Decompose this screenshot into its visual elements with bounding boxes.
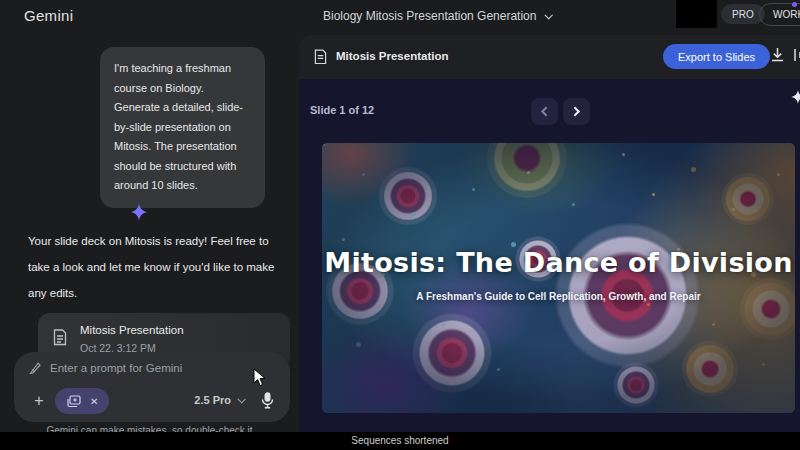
chevron-left-icon — [541, 107, 551, 117]
top-bar: Gemini Biology Mitosis Presentation Gene… — [0, 0, 800, 32]
redacted-area — [676, 0, 717, 28]
notification-dot — [792, 2, 797, 7]
mouse-cursor — [253, 368, 267, 388]
conversation-title: Biology Mitosis Presentation Generation — [323, 9, 536, 23]
mic-icon[interactable] — [261, 392, 274, 409]
conversation-title-menu[interactable]: Biology Mitosis Presentation Generation — [323, 9, 551, 23]
slide-caption: Mitosis: The Dance of Division A Freshma… — [322, 247, 795, 302]
document-icon — [314, 49, 327, 65]
prompt-composer[interactable]: + ✕ 2.5 Pro — [14, 352, 290, 422]
user-message-bubble: I'm teaching a freshman course on Biolog… — [100, 47, 265, 208]
slide-subtitle: A Freshman's Guide to Cell Replication, … — [322, 291, 795, 302]
canvas-panel: Mitosis Presentation Export to Slides Sl… — [299, 35, 800, 432]
status-text: Sequences shortened — [351, 435, 448, 446]
assistant-message: Your slide deck on Mitosis is ready! Fee… — [28, 228, 286, 306]
model-label: 2.5 Pro — [194, 394, 231, 406]
chevron-down-icon — [545, 11, 553, 19]
canvas-tool-chip[interactable]: ✕ — [55, 388, 109, 414]
download-icon[interactable] — [770, 47, 785, 63]
prompt-input[interactable] — [50, 362, 270, 374]
slide-counter: Slide 1 of 12 — [310, 104, 374, 116]
chat-column: I'm teaching a freshman course on Biolog… — [0, 32, 299, 432]
slide-preview[interactable]: Mitosis: The Dance of Division A Freshma… — [322, 143, 795, 413]
status-bar: Sequences shortened — [0, 432, 800, 450]
model-selector[interactable]: 2.5 Pro — [194, 394, 244, 406]
chevron-right-icon — [570, 107, 580, 117]
previous-slide-button[interactable] — [531, 98, 558, 125]
document-icon — [53, 329, 67, 346]
gemini-sparkle-icon — [129, 202, 149, 222]
canvas-icon — [66, 395, 81, 408]
edit-sparkle-icon[interactable] — [790, 89, 800, 105]
pen-icon — [28, 361, 42, 375]
more-options-icon[interactable] — [793, 47, 800, 63]
panel-title: Mitosis Presentation — [336, 50, 448, 62]
panel-header: Mitosis Presentation Export to Slides — [299, 35, 800, 79]
chevron-down-icon — [237, 395, 245, 403]
next-slide-button[interactable] — [563, 98, 590, 125]
remove-tool-icon[interactable]: ✕ — [90, 396, 98, 407]
slide-title: Mitosis: The Dance of Division — [322, 247, 795, 278]
gemini-logo[interactable]: Gemini — [24, 7, 73, 24]
export-to-slides-button[interactable]: Export to Slides — [663, 44, 770, 69]
slide-viewer: Slide 1 of 12 Mitosis: The Dance of Divi… — [299, 79, 800, 432]
add-attachment-button[interactable]: + — [30, 392, 48, 410]
artifact-title: Mitosis Presentation — [80, 324, 184, 336]
